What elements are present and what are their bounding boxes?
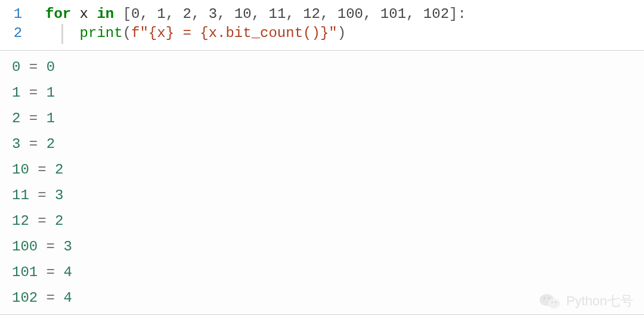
output-line: 12 = 2: [0, 208, 644, 234]
indent-guide: [61, 24, 63, 44]
output-line: 1 = 1: [0, 80, 644, 106]
output-line: 0 = 0: [0, 54, 644, 80]
code-line: 2 print(f"{x} = {x.bit_count()}"): [0, 24, 644, 43]
output-line: 11 = 3: [0, 182, 644, 208]
code-editor: 1for x in [0, 1, 2, 3, 10, 11, 12, 100, …: [0, 0, 644, 50]
line-number: 1: [0, 5, 36, 24]
output-panel: 0 = 01 = 12 = 13 = 210 = 211 = 312 = 210…: [0, 50, 644, 315]
output-line: 2 = 1: [0, 106, 644, 131]
output-line: 102 = 4: [0, 285, 644, 311]
line-number: 2: [0, 24, 36, 43]
output-line: 3 = 2: [0, 131, 644, 157]
output-line: 101 = 4: [0, 259, 644, 285]
code-content: print(f"{x} = {x.bit_count()}"): [37, 24, 346, 43]
output-line: 10 = 2: [0, 157, 644, 182]
code-line: 1for x in [0, 1, 2, 3, 10, 11, 12, 100, …: [0, 5, 644, 24]
output-line: 100 = 3: [0, 234, 644, 259]
code-content: for x in [0, 1, 2, 3, 10, 11, 12, 100, 1…: [37, 5, 466, 24]
